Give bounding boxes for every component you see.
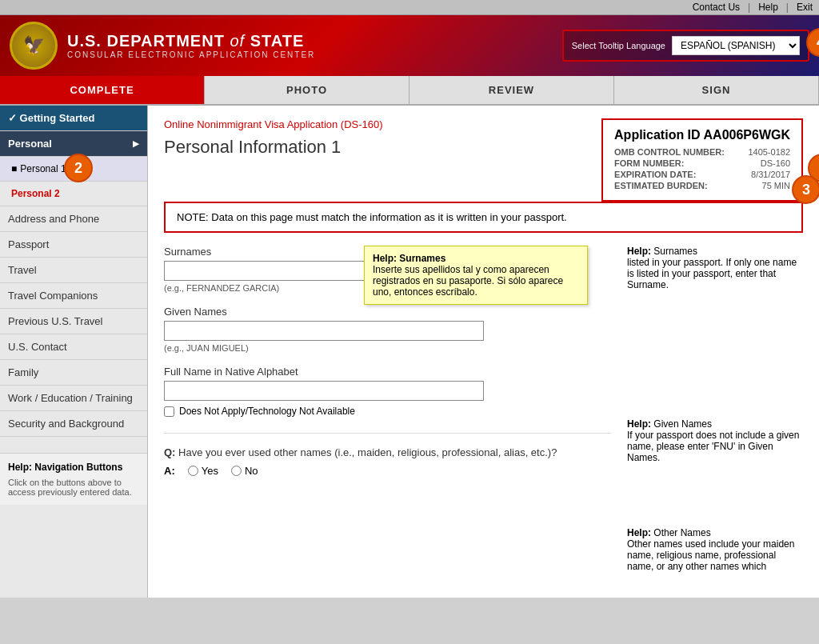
annotation-2: 2 bbox=[64, 154, 93, 182]
yes-radio[interactable] bbox=[188, 466, 198, 476]
no-radio[interactable] bbox=[231, 466, 242, 476]
answer-row: A: Yes No bbox=[164, 465, 611, 477]
top-bar: Contact Us | Help | Exit bbox=[0, 0, 819, 15]
given-names-label: Given Names bbox=[164, 306, 611, 318]
dept-name: U.S. DEPARTMENT of STATE bbox=[67, 32, 315, 50]
dept-subtitle: CONSULAR ELECTRONIC APPLICATION CENTER bbox=[67, 50, 315, 59]
sidebar-item-security-background[interactable]: Security and Background bbox=[0, 411, 147, 437]
help-given-names-section: Help: Given Names If your passport does … bbox=[627, 418, 803, 463]
help-other-names-text: Other names used include your maiden nam… bbox=[627, 538, 803, 572]
sidebar-item-travel[interactable]: Travel bbox=[0, 258, 147, 283]
help-other-names-section: Help: Other Names Other names used inclu… bbox=[627, 527, 803, 572]
full-name-native-group: Full Name in Native Alphabet Does Not Ap… bbox=[164, 366, 611, 417]
does-not-apply-checkbox[interactable] bbox=[164, 406, 174, 417]
does-not-apply-label: Does Not Apply/Technology Not Available bbox=[179, 406, 355, 417]
tab-complete[interactable]: COMPLETE bbox=[0, 76, 205, 104]
help-nav-text: Click on the buttons above to access pre… bbox=[8, 478, 139, 497]
help-surnames-section: Help: Surnames listed in your passport. … bbox=[627, 246, 803, 290]
tab-sign[interactable]: SIGN bbox=[614, 76, 819, 104]
full-name-native-label: Full Name in Native Alphabet bbox=[164, 366, 611, 378]
sidebar-item-us-contact[interactable]: U.S. Contact bbox=[0, 334, 147, 360]
full-name-native-input[interactable] bbox=[164, 381, 484, 401]
given-names-group: Given Names (e.g., JUAN MIGUEL) bbox=[164, 306, 611, 353]
us-seal: 🦅 bbox=[10, 22, 58, 70]
help-nav: Help: Navigation Buttons Click on the bu… bbox=[0, 453, 147, 505]
tab-photo[interactable]: PHOTO bbox=[205, 76, 410, 104]
sidebar-item-passport[interactable]: Passport bbox=[0, 232, 147, 258]
surnames-group: Surnames Help: Surnames Inserte sus apel… bbox=[164, 246, 611, 293]
annotation-3: 3 bbox=[792, 175, 819, 204]
form-help-layout: Surnames Help: Surnames Inserte sus apel… bbox=[164, 246, 803, 585]
sidebar-item-work-education[interactable]: Work / Education / Training bbox=[0, 386, 147, 411]
content-area: 2 1 Application ID AA006P6WGK OMB CONTRO… bbox=[148, 106, 819, 598]
sidebar-item-getting-started[interactable]: ✓ Getting Started bbox=[0, 106, 147, 131]
nav-tabs: COMPLETE PHOTO REVIEW SIGN bbox=[0, 76, 819, 106]
sidebar-item-personal[interactable]: Personal ▶ bbox=[0, 131, 147, 157]
tooltip-lang-label: Select Tooltip Language bbox=[572, 41, 665, 50]
sidebar-item-travel-companions[interactable]: Travel Companions bbox=[0, 283, 147, 309]
help-area: Help: Surnames listed in your passport. … bbox=[627, 246, 803, 585]
help-link[interactable]: Help bbox=[758, 2, 778, 13]
no-option[interactable]: No bbox=[231, 465, 258, 477]
help-surnames-text: listed in your passport. If only one nam… bbox=[627, 257, 803, 290]
personal-arrow: ▶ bbox=[133, 139, 139, 148]
header: 🦅 U.S. DEPARTMENT of STATE CONSULAR ELEC… bbox=[0, 15, 819, 76]
main-layout: ✓ Getting Started Personal ▶ ■Personal 1… bbox=[0, 106, 819, 598]
form-area: Surnames Help: Surnames Inserte sus apel… bbox=[164, 246, 611, 585]
question-section: Q: Have you ever used other names (i.e.,… bbox=[164, 433, 611, 477]
question-text: Have you ever used other names (i.e., ma… bbox=[178, 446, 557, 458]
contact-us-link[interactable]: Contact Us bbox=[693, 2, 740, 13]
yes-option[interactable]: Yes bbox=[188, 465, 218, 477]
note-box: NOTE: Data on this page must match the i… bbox=[164, 202, 803, 233]
exit-link[interactable]: Exit bbox=[797, 2, 813, 13]
sidebar-item-previous-travel[interactable]: Previous U.S. Travel bbox=[0, 309, 147, 334]
given-names-hint: (e.g., JUAN MIGUEL) bbox=[164, 343, 611, 353]
help-nav-title: Help: Navigation Buttons bbox=[8, 462, 139, 473]
language-dropdown[interactable]: ESPAÑOL (SPANISH) ENGLISH FRANÇAIS (FREN… bbox=[672, 36, 800, 55]
app-id-value: AA006P6WGK bbox=[704, 128, 790, 142]
surnames-tooltip: Help: Surnames Inserte sus apellidos tal… bbox=[364, 246, 588, 305]
sidebar-item-family[interactable]: Family bbox=[0, 360, 147, 386]
tooltip-language-selector[interactable]: Select Tooltip Language ESPAÑOL (SPANISH… bbox=[562, 30, 809, 62]
tab-review[interactable]: REVIEW bbox=[410, 76, 614, 104]
sidebar-item-address-phone[interactable]: Address and Phone bbox=[0, 206, 147, 232]
sidebar-item-personal2[interactable]: Personal 2 bbox=[0, 182, 147, 206]
help-given-names-text: If your passport does not include a give… bbox=[627, 430, 803, 463]
given-names-input[interactable] bbox=[164, 321, 484, 341]
